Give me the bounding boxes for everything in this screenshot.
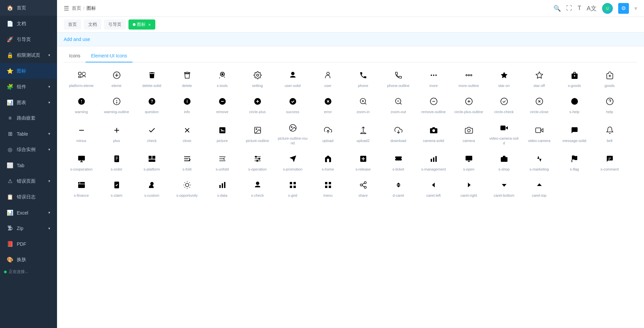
icon-item-video-camera-solid[interactable]: video-camera-solid — [486, 119, 522, 150]
icon-item-close[interactable]: close — [169, 119, 205, 150]
sidebar-item-error-log[interactable]: 📋 错误日志 — [0, 189, 57, 205]
tag-close-icon[interactable]: × — [148, 22, 151, 27]
icon-item-caret-bottom[interactable]: caret-bottom — [486, 176, 522, 202]
sidebar-item-icons[interactable]: ⭐ 图标 — [0, 63, 57, 79]
icon-item-success[interactable]: success — [275, 92, 310, 118]
icon-item-delete[interactable]: delete — [169, 66, 205, 92]
icon-item-s-data[interactable]: s-data — [205, 176, 240, 202]
icon-item-s-opportunity[interactable]: s-opportunity — [169, 176, 205, 202]
settings-button[interactable]: ⚙ — [618, 3, 629, 14]
icon-item-s-open[interactable]: s-open — [451, 149, 486, 176]
icon-item-eleme[interactable]: eleme — [99, 66, 134, 92]
icon-item-picture-outline[interactable]: picture-outline — [240, 119, 275, 150]
sidebar-item-guide[interactable]: 🚀 引导页 — [0, 32, 57, 47]
icon-item-s-comment[interactable]: s-comment — [592, 149, 627, 176]
icon-item-s-ticket[interactable]: s-ticket — [381, 149, 416, 176]
icon-item-remove[interactable]: remove — [205, 92, 240, 118]
icon-item-circle-plus-outline[interactable]: circle-plus-outline — [451, 92, 486, 118]
translate-icon[interactable]: A文 — [587, 4, 597, 12]
icon-item-circle-plus[interactable]: circle-plus — [240, 92, 275, 118]
icon-item-s-custom[interactable]: s-custom — [134, 176, 169, 202]
icon-item-s-flag[interactable]: s-flag — [557, 149, 592, 176]
icon-item-s-check[interactable]: s-check — [240, 176, 275, 202]
sidebar-item-pdf[interactable]: 📕 PDF — [0, 236, 57, 252]
tab-element-ui-icons[interactable]: Element-UI Icons — [86, 50, 132, 62]
icon-item-zoom-out[interactable]: zoom-out — [381, 92, 416, 118]
icon-item-menu[interactable]: menu — [310, 176, 345, 202]
icon-item-s-tools[interactable]: s-tools — [205, 66, 240, 92]
icon-item-circle-close[interactable]: circle-close — [522, 92, 557, 118]
sidebar-item-excel[interactable]: 📊 Excel ▾ — [0, 205, 57, 221]
icon-item-s-management[interactable]: s-management — [416, 149, 451, 176]
sidebar-item-error-pages[interactable]: ⚠ 错误页面 ▾ — [0, 173, 57, 189]
icon-item-warning-outline[interactable]: warning-outline — [99, 92, 134, 118]
icon-item-more[interactable]: more — [416, 66, 451, 92]
icon-item-more-outline[interactable]: more-outline — [451, 66, 486, 92]
icon-item-s-unfold[interactable]: s-unfold — [205, 149, 240, 176]
icon-item-s-fold[interactable]: s-fold — [169, 149, 205, 176]
add-use-link[interactable]: Add and use — [64, 37, 90, 42]
icon-item-star-on[interactable]: star-on — [486, 66, 522, 92]
sidebar-item-components[interactable]: 🧩 组件 ▾ — [0, 79, 57, 95]
subnav-docs[interactable]: 文档 — [84, 19, 101, 30]
sidebar-item-comprehensive[interactable]: ◎ 综合实例 ▾ — [0, 142, 57, 157]
sidebar-item-permissions[interactable]: 🔒 权限测试页 ▾ — [0, 47, 57, 63]
icon-item-plus[interactable]: plus — [99, 119, 134, 150]
sidebar-item-home[interactable]: 🏠 首页 — [0, 0, 57, 16]
icon-item-bell[interactable]: bell — [592, 119, 627, 150]
icon-item-s-platform[interactable]: s-platform — [134, 149, 169, 176]
icon-item-user[interactable]: user — [310, 66, 345, 92]
icon-item-phone[interactable]: phone — [345, 66, 381, 92]
icon-item-camera-solid[interactable]: camera-solid — [416, 119, 451, 150]
tab-icons[interactable]: Icons — [64, 50, 86, 62]
icon-item-share[interactable]: share — [345, 176, 381, 202]
icon-item-s-home[interactable]: s-home — [310, 149, 345, 176]
icon-item-caret-top[interactable]: caret-top — [522, 176, 557, 202]
dropdown-arrow-icon[interactable]: ▾ — [634, 5, 637, 12]
icon-item-setting[interactable]: setting — [240, 66, 275, 92]
icon-item-s-goods[interactable]: s-goods — [557, 66, 592, 92]
icon-item-s-order[interactable]: s-order — [99, 149, 134, 176]
icon-item-phone-outline[interactable]: phone-outline — [381, 66, 416, 92]
search-icon[interactable]: 🔍 — [553, 5, 561, 12]
subnav-home[interactable]: 首页 — [64, 19, 81, 30]
icon-item-picture-outline-round[interactable]: picture-outline-round — [275, 119, 310, 150]
hamburger-icon[interactable]: ☰ — [64, 5, 69, 12]
icon-item-user-solid[interactable]: user-solid — [275, 66, 310, 92]
expand-icon[interactable]: ⛶ — [566, 5, 572, 12]
sidebar-item-zip[interactable]: 🗜 Zip ▾ — [0, 221, 57, 236]
icon-item-upload2[interactable]: upload2 — [345, 119, 381, 150]
icon-item-s-shop[interactable]: s-shop — [486, 149, 522, 176]
icon-item-caret-left[interactable]: caret-left — [416, 176, 451, 202]
sidebar-item-tab[interactable]: ⬜ Tab — [0, 157, 57, 173]
icon-item-camera[interactable]: camera — [451, 119, 486, 150]
icon-item-caret-right[interactable]: caret-right — [451, 176, 486, 202]
icon-item-minus[interactable]: minus — [64, 119, 99, 150]
icon-item-s-grid[interactable]: s-grid — [275, 176, 310, 202]
icon-item-goods[interactable]: goods — [592, 66, 627, 92]
icon-item-s-operation[interactable]: s-operation — [240, 149, 275, 176]
icon-item-video-camera[interactable]: video-camera — [522, 119, 557, 150]
icon-item-upload[interactable]: upload — [310, 119, 345, 150]
icon-item-picture[interactable]: picture — [205, 119, 240, 150]
icon-item-zoom-in[interactable]: zoom-in — [345, 92, 381, 118]
icon-item-s-marketing[interactable]: s-marketing — [522, 149, 557, 176]
icon-item-help[interactable]: help — [592, 92, 627, 118]
icon-item-s-help[interactable]: s-help — [557, 92, 592, 118]
icon-item-circle-check[interactable]: circle-check — [486, 92, 522, 118]
font-size-icon[interactable]: T — [578, 5, 581, 12]
sidebar-item-nested-routes[interactable]: ≡ 路由嵌套 — [0, 110, 57, 126]
icon-item-check[interactable]: check — [134, 119, 169, 150]
icon-item-s-claim[interactable]: s-claim — [99, 176, 134, 202]
icon-item-s-release[interactable]: s-release — [345, 149, 381, 176]
icon-item-message-solid[interactable]: message-solid — [557, 119, 592, 150]
sidebar-item-theme[interactable]: 🎨 换肤 — [0, 252, 57, 268]
sidebar-item-charts[interactable]: 📊 图表 ▾ — [0, 95, 57, 110]
avatar[interactable]: U — [602, 3, 613, 14]
icon-item-s-cooperation[interactable]: s-cooperation — [64, 149, 99, 176]
icon-item-download[interactable]: download — [381, 119, 416, 150]
icon-item-question[interactable]: ?question — [134, 92, 169, 118]
icon-item-platform-eleme[interactable]: platform-eleme — [64, 66, 99, 92]
icon-item-s-promotion[interactable]: s-promotion — [275, 149, 310, 176]
icon-item-d-caret[interactable]: d-caret — [381, 176, 416, 202]
